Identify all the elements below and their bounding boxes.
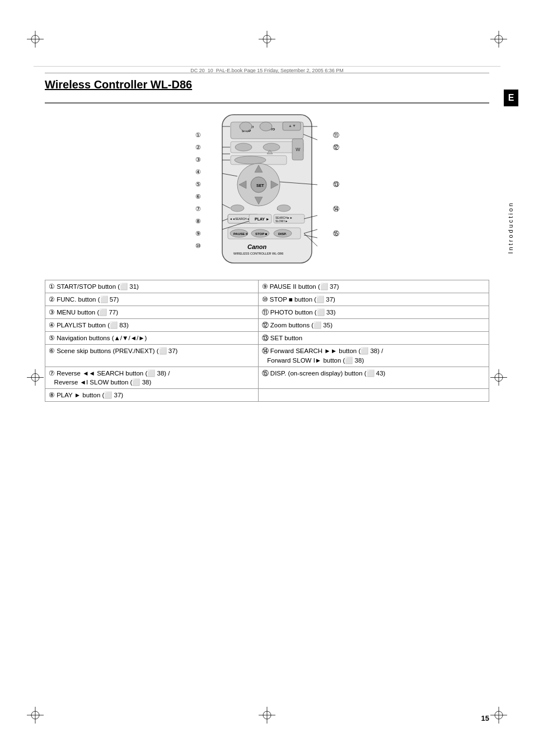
label-blank3: [333, 190, 339, 203]
desc-right-4: ⑫ Zoom buttons (⬜ 35): [258, 319, 489, 332]
table-row: ④ PLAYLIST button (⬜ 83) ⑫ Zoom buttons …: [45, 319, 489, 332]
desc-left-8: ⑧ PLAY ► button (⬜ 37): [45, 388, 259, 401]
label-13: ⑬: [333, 178, 339, 190]
label-15: ⑮: [333, 227, 339, 240]
table-row: ⑦ Reverse ◄◄ SEARCH button (⬜ 38) / Reve…: [45, 367, 489, 388]
desc-left-5: ⑤ Navigation buttons (▲/▼/◄/►): [45, 332, 259, 345]
section-letter: E: [508, 93, 514, 103]
reg-mark-tl: [27, 31, 44, 49]
desc-left-1: ① START/STOP button (⬜ 31): [45, 280, 259, 293]
section-tab-e: E: [504, 90, 518, 106]
svg-text:SET: SET: [256, 184, 264, 187]
desc-right-3: ⑪ PHOTO button (⬜ 33): [258, 306, 489, 319]
table-row: ⑤ Navigation buttons (▲/▼/◄/►) ⑬ SET but…: [45, 332, 489, 345]
svg-text:DISP.: DISP.: [278, 232, 287, 236]
desc-right-1: ⑨ PAUSE II button (⬜ 37): [258, 280, 489, 293]
label-8: ⑧: [195, 215, 201, 227]
svg-text:◄◄SEARCH◄I: ◄◄SEARCH◄I: [229, 217, 250, 220]
right-labels: ⑪ ⑫ ⑬ ⑭ ⑮: [333, 112, 339, 269]
label-3: ③: [195, 153, 201, 166]
desc-right-2: ⑩ STOP ■ button (⬜ 37): [258, 293, 489, 306]
svg-text:STOP ■: STOP ■: [255, 232, 268, 236]
svg-text:▲▼: ▲▼: [288, 124, 296, 128]
table-row: ① START/STOP button (⬜ 31) ⑨ PAUSE II bu…: [45, 280, 489, 293]
desc-right-6: ⑭ Forward SEARCH ►► button (⬜ 38) / Forw…: [258, 345, 489, 367]
svg-text:PLAY ►: PLAY ►: [255, 217, 270, 221]
label-12: ⑫: [333, 141, 339, 153]
reg-mark-tr: [490, 31, 507, 49]
desc-left-3: ③ MENU button (⬜ 77): [45, 306, 259, 319]
svg-text:Canon: Canon: [247, 243, 267, 250]
svg-point-49: [277, 205, 291, 212]
svg-text:W: W: [296, 147, 301, 152]
svg-point-25: [260, 122, 272, 131]
description-table: ① START/STOP button (⬜ 31) ⑨ PAUSE II bu…: [45, 280, 489, 402]
svg-text:SLOW I►: SLOW I►: [275, 219, 288, 223]
label-1: ①: [195, 129, 201, 141]
desc-left-2: ② FUNC. button (⬜ 57): [45, 293, 259, 306]
label-10: ⑩: [195, 240, 201, 252]
table-row: ⑥ Scene skip buttons (PREV./NEXT) (⬜ 37)…: [45, 345, 489, 367]
page-container: DC 20_10_PAL-E.book Page 15 Friday, Sept…: [0, 0, 534, 756]
svg-point-32: [263, 143, 280, 151]
label-5: ⑤: [195, 178, 201, 190]
reg-mark-br: [490, 707, 507, 725]
label-blank2: [333, 166, 339, 178]
page-number: 15: [481, 714, 489, 722]
title-divider: [45, 102, 489, 104]
label-4: ④: [195, 166, 201, 178]
label-blank4: [333, 215, 339, 227]
label-14: ⑭: [333, 203, 339, 215]
intro-text: Introduction: [507, 201, 514, 253]
label-blank1: [333, 153, 339, 166]
label-6: ⑥: [195, 190, 201, 203]
left-labels: ① ② ③ ④ ⑤ ⑥ ⑦ ⑧ ⑨ ⑩: [195, 112, 201, 269]
svg-point-31: [235, 143, 252, 151]
desc-right-8: [258, 388, 489, 401]
desc-right-5: ⑬ SET button: [258, 332, 489, 345]
desc-left-4: ④ PLAYLIST button (⬜ 83): [45, 319, 259, 332]
desc-left-6: ⑥ Scene skip buttons (PREV./NEXT) (⬜ 37): [45, 345, 259, 367]
remote-svg: START/ STOP PHOTO ZOOM ▲▼ FUNC. MENU: [205, 112, 329, 269]
page-title: Wireless Controller WL-D86: [45, 78, 489, 91]
reg-mark-ml: [27, 369, 44, 387]
table-row: ③ MENU button (⬜ 77) ⑪ PHOTO button (⬜ 3…: [45, 306, 489, 319]
reg-mark-bm: [259, 707, 275, 725]
svg-point-48: [231, 205, 244, 212]
reg-mark-tm: [259, 31, 275, 49]
reg-mark-mr: [490, 369, 507, 387]
svg-text:WIRELESS CONTROLLER WL-D86: WIRELESS CONTROLLER WL-D86: [233, 252, 283, 255]
label-blank5: [333, 240, 339, 252]
desc-right-7: ⑮ DISP. (on-screen display) button (⬜ 43…: [258, 367, 489, 388]
svg-point-37: [235, 156, 266, 164]
label-9: ⑨: [195, 227, 201, 240]
table-row: ② FUNC. button (⬜ 57) ⑩ STOP ■ button (⬜…: [45, 293, 489, 306]
svg-text:PAUSE II: PAUSE II: [233, 232, 248, 236]
label-7: ⑦: [195, 203, 201, 215]
diagram-area: ① ② ③ ④ ⑤ ⑥ ⑦ ⑧ ⑨ ⑩ START/ STOP PHOTO: [45, 112, 489, 269]
label-2: ②: [195, 141, 201, 153]
reg-mark-bl: [27, 707, 44, 725]
main-content: Wireless Controller WL-D86 ① ② ③ ④ ⑤ ⑥ ⑦…: [45, 73, 489, 700]
table-row: ⑧ PLAY ► button (⬜ 37): [45, 388, 489, 401]
label-11: ⑪: [333, 129, 339, 141]
desc-left-7: ⑦ Reverse ◄◄ SEARCH button (⬜ 38) / Reve…: [45, 367, 259, 388]
svg-point-24: [240, 122, 252, 131]
